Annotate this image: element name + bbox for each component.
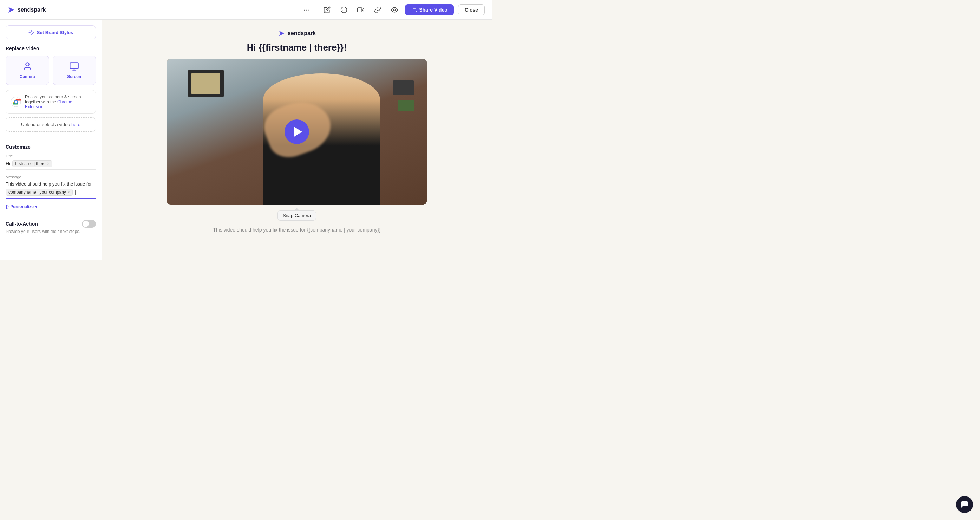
- preview-title: Hi {{firstname | there}}!: [247, 42, 347, 53]
- title-suffix: !: [54, 161, 56, 166]
- svg-point-1: [341, 7, 347, 13]
- more-options-button[interactable]: ···: [301, 4, 312, 15]
- emoji-icon[interactable]: [337, 3, 350, 16]
- play-button[interactable]: [285, 120, 309, 144]
- video-record-icon[interactable]: [355, 3, 367, 16]
- personalize-button[interactable]: {} Personalize ▾: [6, 204, 37, 209]
- main-layout: Set Brand Styles Replace Video Camera Sc…: [0, 20, 492, 260]
- cta-header: Call-to-Action: [6, 220, 96, 228]
- title-prefix: Hi: [6, 161, 10, 166]
- cta-title: Call-to-Action: [6, 221, 38, 227]
- title-tag-remove[interactable]: ×: [47, 161, 49, 166]
- video-container: [167, 59, 427, 205]
- title-field: Hi firstname | there × !: [6, 160, 96, 170]
- svg-rect-10: [70, 63, 78, 69]
- camera-option[interactable]: Camera: [6, 56, 49, 85]
- eye-icon[interactable]: [388, 3, 401, 16]
- message-tag-text: companyname | your company: [8, 190, 66, 195]
- cta-divider: [6, 215, 96, 215]
- cta-desc: Provide your users with their next steps…: [6, 229, 96, 234]
- upload-link[interactable]: here: [71, 122, 80, 127]
- preview-logo-text: sendspark: [288, 30, 316, 37]
- svg-point-8: [30, 32, 32, 33]
- replace-video-options: Camera Screen: [6, 56, 96, 85]
- message-static-text: This video should help you fix the issue…: [6, 181, 96, 187]
- chrome-extension-box: Record your camera & screen together wit…: [6, 90, 96, 114]
- customize-section: Customize Title Hi firstname | there × !…: [6, 144, 96, 209]
- svg-point-6: [394, 9, 396, 11]
- screen-label: Screen: [67, 74, 81, 79]
- svg-rect-5: [358, 8, 362, 12]
- camera-label: Camera: [20, 74, 35, 79]
- title-tag-text: firstname | there: [15, 161, 45, 166]
- svg-marker-0: [8, 7, 14, 13]
- sidebar: Set Brand Styles Replace Video Camera Sc…: [0, 20, 102, 260]
- screen-option[interactable]: Screen: [52, 56, 96, 85]
- replace-video-title: Replace Video: [6, 46, 96, 51]
- preview-message: This video should help you fix the issue…: [213, 226, 381, 234]
- link-icon[interactable]: [371, 3, 384, 16]
- message-cursor: |: [75, 189, 76, 195]
- svg-marker-4: [362, 8, 364, 11]
- svg-marker-17: [279, 31, 285, 36]
- personalize-label: Personalize: [10, 204, 34, 209]
- message-input-row: companyname | your company × |: [6, 189, 96, 196]
- personalize-chevron-icon: ▾: [35, 204, 37, 209]
- curly-braces-icon: {}: [6, 204, 9, 209]
- cta-section: Call-to-Action Provide your users with t…: [6, 220, 96, 234]
- snap-camera-label: Snap Camera: [283, 213, 311, 218]
- upload-text: Upload or select a video: [21, 122, 71, 127]
- edit-icon[interactable]: [321, 3, 333, 16]
- message-tag-remove[interactable]: ×: [67, 190, 70, 195]
- upload-video-button[interactable]: Upload or select a video here: [6, 117, 96, 132]
- title-tag-pill: firstname | there ×: [12, 160, 52, 167]
- header-divider: [316, 5, 317, 15]
- message-field-label: Message: [6, 175, 96, 179]
- app-header: sendspark ··· Share Video Close: [0, 0, 492, 20]
- preview-area: sendspark Hi {{firstname | there}}!: [102, 20, 492, 260]
- message-field-wrap: Message This video should help you fix t…: [6, 175, 96, 198]
- brand-styles-label: Set Brand Styles: [37, 30, 73, 35]
- preview-logo: sendspark: [278, 30, 316, 37]
- share-video-label: Share Video: [419, 7, 447, 13]
- title-field-label: Title: [6, 154, 96, 158]
- message-tag-pill: companyname | your company ×: [6, 189, 73, 196]
- set-brand-styles-button[interactable]: Set Brand Styles: [6, 25, 96, 39]
- svg-point-9: [25, 63, 29, 66]
- logo: sendspark: [7, 6, 46, 14]
- logo-text: sendspark: [18, 7, 46, 13]
- close-button[interactable]: Close: [458, 4, 485, 16]
- video-background: [167, 59, 427, 205]
- chrome-ext-text: Record your camera & screen together wit…: [25, 94, 81, 104]
- svg-point-16: [15, 101, 17, 103]
- share-video-button[interactable]: Share Video: [405, 4, 454, 16]
- customize-title: Customize: [6, 144, 96, 150]
- snap-camera-tooltip: Snap Camera: [277, 211, 316, 221]
- cta-toggle[interactable]: [82, 220, 96, 228]
